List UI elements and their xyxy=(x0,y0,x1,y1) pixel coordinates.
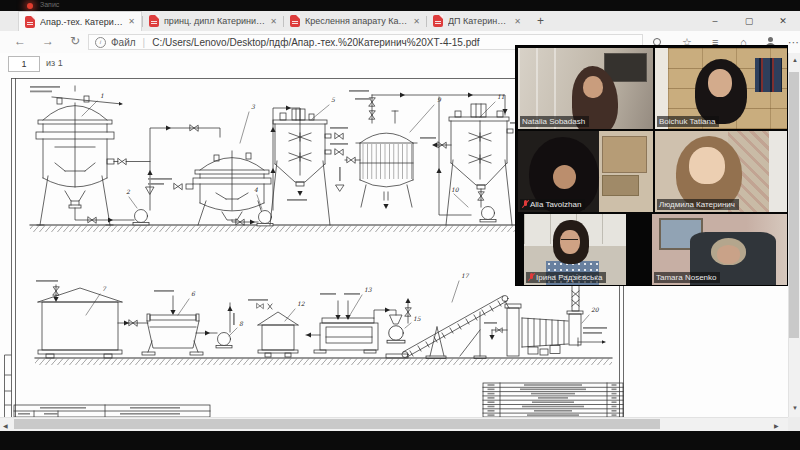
pos-label: 7 xyxy=(102,285,107,292)
new-tab-button[interactable]: + xyxy=(527,11,554,31)
mic-muted-icon xyxy=(522,200,528,209)
trough-6 xyxy=(142,296,203,355)
recording-label: Запис xyxy=(40,1,59,8)
vessel-5-mixer xyxy=(270,109,331,225)
refresh-icon[interactable]: ↻ xyxy=(70,34,80,48)
participant-tile[interactable]: Tamara Nosenko xyxy=(652,214,787,285)
tank-7-storage xyxy=(38,285,122,358)
participant-tile[interactable]: Alla Tavolzhan xyxy=(518,131,653,212)
pos-label: 9 xyxy=(437,96,442,103)
browser-tab[interactable]: ДП Катеринич.pdf✕ xyxy=(427,11,527,31)
minimize-button[interactable]: – xyxy=(698,11,732,31)
tab-strip: Апар.-тех. Катеринич ХТ-4-15 р✕принц. ди… xyxy=(0,11,527,31)
ground-line-bottom xyxy=(35,358,612,365)
pos-label: 4 xyxy=(254,186,258,193)
participant-name-label: Людмила Катеринич xyxy=(657,199,739,210)
participant-tile[interactable]: Ірина Радзієвська xyxy=(524,214,626,285)
scroll-up-icon[interactable]: ▲ xyxy=(792,57,798,63)
pdf-file-icon xyxy=(290,15,300,27)
pos-label: 5 xyxy=(331,96,336,103)
tab-title: Креслення апарату Катеринич xyxy=(305,16,408,26)
close-button[interactable]: ✕ xyxy=(766,11,800,31)
more-menu-icon[interactable]: ⋯ xyxy=(788,36,799,49)
browser-tab[interactable]: Апар.-тех. Катеринич ХТ-4-15 р✕ xyxy=(18,11,142,31)
bottom-strip xyxy=(0,431,800,450)
leader-lines xyxy=(82,101,589,336)
tab-title: ДП Катеринич.pdf xyxy=(448,16,509,26)
browser-tab[interactable]: Креслення апарату Катеринич✕ xyxy=(284,11,426,31)
vessel-13 xyxy=(314,301,378,353)
tab-close-icon[interactable]: ✕ xyxy=(270,17,277,26)
person-face xyxy=(717,245,740,263)
pos-label: 11 xyxy=(497,93,505,100)
participant-name-label: Tamara Nosenko xyxy=(654,272,720,283)
pump-2 xyxy=(133,210,149,225)
participant-name: Natalia Sobadash xyxy=(522,117,585,126)
pump-15 xyxy=(386,326,408,358)
pdf-file-icon xyxy=(149,15,159,27)
recording-dot-icon xyxy=(27,3,33,9)
window-controls: – ▢ ✕ xyxy=(698,11,800,31)
mic-muted-icon xyxy=(528,273,534,282)
pdf-file-icon xyxy=(433,15,443,27)
background-prop xyxy=(755,58,781,92)
spec-table xyxy=(483,383,623,417)
pos-label: 13 xyxy=(364,286,373,293)
participant-tile[interactable]: Людмила Катеринич xyxy=(655,131,787,212)
person-face xyxy=(689,147,725,184)
recording-strip: Запис xyxy=(0,0,800,11)
horizontal-scroll-thumb[interactable] xyxy=(14,419,660,429)
pos-label: 15 xyxy=(413,315,422,322)
participant-name: Alla Tavolzhan xyxy=(530,200,581,209)
participant-name: Ірина Радзієвська xyxy=(536,273,602,282)
vessel-11-mixer xyxy=(446,104,513,225)
browser-tab-bar: Апар.-тех. Катеринич ХТ-4-15 р✕принц. ди… xyxy=(0,11,800,31)
pump-8 xyxy=(216,333,232,348)
tab-close-icon[interactable]: ✕ xyxy=(514,17,521,26)
pos-label: 2 xyxy=(126,188,131,195)
tab-title: принц. дипл Катеринич (6).pdf xyxy=(164,16,265,26)
pos-label: 1 xyxy=(100,92,104,99)
participant-name: Tamara Nosenko xyxy=(656,273,716,282)
tab-title: Апар.-тех. Катеринич ХТ-4-15 р xyxy=(40,17,123,27)
conveyor-17 xyxy=(402,296,509,359)
screen: Запис Апар.-тех. Катеринич ХТ-4-15 р✕при… xyxy=(0,0,800,450)
person-face xyxy=(708,69,732,97)
tank-12-storage xyxy=(258,304,298,357)
pos-label: 12 xyxy=(297,300,306,307)
participant-name-label: Boichuk Tatiana xyxy=(657,116,719,127)
scroll-left-icon[interactable]: ◀ xyxy=(3,422,8,429)
background-prop xyxy=(769,131,787,212)
page-number-input[interactable]: 1 xyxy=(8,56,40,72)
pos-label: 10 xyxy=(451,186,460,193)
tab-close-icon[interactable]: ✕ xyxy=(128,17,135,26)
scrollbar-corner xyxy=(788,417,800,431)
browser-tab[interactable]: принц. дипл Катеринич (6).pdf✕ xyxy=(143,11,283,31)
scroll-right-icon[interactable]: ▶ xyxy=(774,422,779,429)
vessel-1-reactor xyxy=(36,86,114,225)
participant-name-label: Natalia Sobadash xyxy=(520,116,589,127)
title-block-stamp xyxy=(14,405,210,417)
address-separator: | xyxy=(143,37,146,48)
participant-name: Boichuk Tatiana xyxy=(659,117,715,126)
tab-close-icon[interactable]: ✕ xyxy=(413,17,420,26)
pos-label: 3 xyxy=(251,103,256,110)
participant-tile[interactable]: Boichuk Tatiana xyxy=(655,48,787,129)
pump-10 xyxy=(480,207,496,222)
back-icon[interactable]: ← xyxy=(14,34,26,48)
participant-tile[interactable]: Natalia Sobadash xyxy=(518,48,653,129)
person-face xyxy=(583,76,603,99)
background-prop xyxy=(602,175,639,196)
elevator-column xyxy=(492,304,521,356)
forward-icon[interactable]: → xyxy=(42,34,54,48)
participant-name-label: Ірина Радзієвська xyxy=(526,272,606,283)
page-count-label: из 1 xyxy=(46,58,63,68)
vessel-9-jacketed xyxy=(356,95,417,207)
vertical-scroll-thumb[interactable] xyxy=(789,72,799,338)
participant-name-label: Alla Tavolzhan xyxy=(520,199,585,210)
info-icon[interactable]: i xyxy=(95,37,106,48)
maximize-button[interactable]: ▢ xyxy=(732,11,766,31)
rotary-drum-20 xyxy=(522,285,583,355)
pos-label: 17 xyxy=(461,272,470,279)
scroll-down-icon[interactable]: ▼ xyxy=(792,405,798,411)
